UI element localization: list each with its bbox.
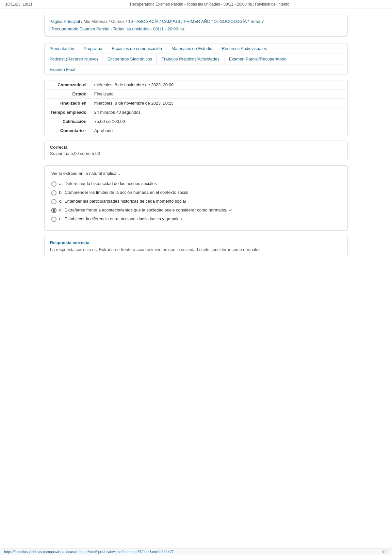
value-comenzado: miércoles, 8 de noviembre de 2023, 20:00 — [90, 80, 348, 89]
radio-d — [51, 208, 57, 213]
info-row-tiempo: Tiempo empleado 24 minutos 40 segundos — [45, 108, 348, 117]
radio-a — [51, 181, 57, 187]
letter-e: e. — [59, 216, 63, 221]
tab-examen-final[interactable]: Examen Final — [45, 64, 80, 75]
label-comenzado: Comenzado el — [45, 80, 90, 89]
tab-materiales-estudio[interactable]: Materiales de Estudio — [167, 43, 217, 54]
option-b[interactable]: b. Comprender los límites de la acción h… — [51, 190, 341, 195]
letter-c: c. — [59, 199, 62, 204]
breadcrumb: Página Principal / Mis Materias / Cursos… — [44, 14, 348, 37]
option-a[interactable]: a. Determinar la historicidad de los hec… — [51, 181, 341, 187]
tab-row-2: Podcast (Recurso Nuevo) Encuentros Sincr… — [45, 54, 347, 64]
text-c: Entender las particularidades históricas… — [64, 199, 186, 204]
result-score: Se puntúa 5,00 sobre 5,00 — [50, 151, 342, 156]
tab-examen-parcial-recuperatorio[interactable]: Examen Parcial/Recuperatorio — [224, 54, 291, 64]
letter-d: d. — [59, 208, 63, 212]
label-finalizado: Finalizado en — [45, 98, 90, 108]
breadcrumb-link-sociologia[interactable]: 16-SOCIOLOGÍA — [214, 19, 247, 24]
radio-e — [51, 217, 57, 222]
option-d[interactable]: d. Extrañarse frente a acontecimientos q… — [51, 208, 341, 213]
tab-encuentros-sincronicos[interactable]: Encuentros Sincrónicos — [103, 54, 157, 64]
answer-text: La respuesta correcta es: Extrañarse fre… — [50, 247, 342, 252]
text-e: Establecer la diferencia entre acciones … — [65, 216, 182, 221]
value-calificacion: 75,00 de 100,00 — [90, 117, 348, 126]
breadcrumb-link-tema7[interactable]: Tema 7 — [250, 19, 264, 24]
info-table: Comenzado el miércoles, 8 de noviembre d… — [44, 80, 348, 135]
label-estado: Estado — [45, 89, 90, 98]
tab-row-3: Examen Final — [45, 64, 347, 75]
tab-navigation: Presentación Programa Espacios de comuni… — [44, 43, 348, 75]
options-list: a. Determinar la historicidad de los hec… — [51, 181, 341, 222]
option-e[interactable]: e. Establecer la diferencia entre accion… — [51, 216, 341, 222]
label-comentario: Comentario - — [45, 126, 90, 135]
info-row-comentario: Comentario - Aprobado — [45, 126, 348, 135]
label-tiempo: Tiempo empleado — [45, 108, 90, 117]
info-row-estado: Estado Finalizado — [45, 89, 348, 98]
info-row-comenzado: Comenzado el miércoles, 8 de noviembre d… — [45, 80, 348, 89]
info-row-calificacion: Calificación 75,00 de 100,00 — [45, 117, 348, 126]
result-box: Correcta Se puntúa 5,00 sobre 5,00 — [44, 141, 348, 160]
question-box: Ver lo extraño en la natural implica... … — [44, 165, 348, 231]
browser-title: Recuperatorio Examen Parcial - Todas las… — [130, 2, 289, 7]
text-a: Determinar la historicidad de los hechos… — [65, 181, 157, 186]
radio-b — [51, 190, 57, 195]
tab-presentacion[interactable]: Presentación — [45, 43, 79, 54]
text-d: Extrañarse frente a acontecimientos que … — [65, 208, 227, 212]
tab-row-1: Presentación Programa Espacios de comuni… — [45, 43, 347, 54]
answer-title: Respuesta correcta — [50, 240, 342, 245]
label-calificacion: Calificación — [45, 117, 90, 126]
value-tiempo: 24 minutos 40 segundos — [90, 108, 348, 117]
letter-a: a. — [59, 181, 63, 186]
tab-recursos-audiovisuales[interactable]: Recursos Audiovisuales — [217, 43, 271, 54]
radio-c — [51, 199, 57, 204]
question-text: Ver lo extraño en la natural implica... — [51, 171, 341, 176]
value-finalizado: miércoles, 8 de noviembre de 2023, 20:25 — [90, 98, 348, 108]
letter-b: b. — [59, 190, 63, 195]
tab-programa[interactable]: Programa — [79, 43, 107, 54]
breadcrumb-link-abogacia[interactable]: 16 - ABOGACÍA — [128, 19, 158, 24]
value-estado: Finalizado — [90, 89, 348, 98]
tab-espacios-comunicacion[interactable]: Espacios de comunicación — [107, 43, 167, 54]
result-title: Correcta — [50, 145, 342, 150]
breadcrumb-link-campus[interactable]: CAMPUS — [162, 19, 180, 24]
correct-checkmark: ✔ — [229, 208, 233, 213]
tab-podcast[interactable]: Podcast (Recurso Nuevo) — [45, 54, 103, 64]
answer-box: Respuesta correcta La respuesta correcta… — [44, 236, 348, 256]
breadcrumb-link-exam[interactable]: Recuperatorio Examen Parcial - Todas las… — [52, 26, 185, 31]
text-b: Comprender los límites de la acción huma… — [65, 190, 188, 195]
breadcrumb-link-home[interactable]: Página Principal — [49, 19, 80, 24]
value-comentario: Aprobado — [90, 126, 348, 135]
info-row-finalizado: Finalizado en miércoles, 8 de noviembre … — [45, 98, 348, 108]
breadcrumb-link-primer-año[interactable]: PRIMER AÑO — [184, 19, 210, 24]
browser-datetime: 10/11/23, 18:11 — [5, 2, 32, 7]
option-c[interactable]: c. Entender las particularidades históri… — [51, 199, 341, 204]
tab-trabajos-practicos[interactable]: Trabajos Prácticos/Actividades — [157, 54, 224, 64]
